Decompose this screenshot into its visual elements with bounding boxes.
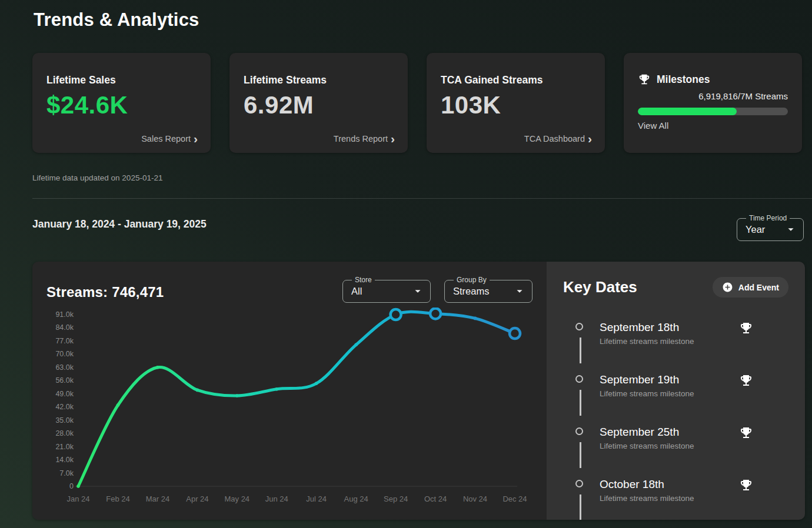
event-description: Lifetime streams milestone <box>600 494 788 503</box>
timeline-dot-icon <box>575 480 583 487</box>
y-axis-tick: 7.0k <box>59 469 74 477</box>
data-point[interactable] <box>275 387 279 391</box>
chart-header: Streams: 746,471 Store All Group By Stre… <box>46 276 533 303</box>
y-axis-tick: 56.0k <box>55 376 74 385</box>
y-axis-tick: 49.0k <box>55 390 74 398</box>
data-point-ring[interactable] <box>510 328 520 339</box>
event-date: September 19th <box>600 373 788 386</box>
data-point[interactable] <box>76 484 80 488</box>
add-event-label: Add Event <box>738 283 779 292</box>
group-by-select[interactable]: Group By Streams <box>444 276 533 303</box>
data-point[interactable] <box>156 366 159 369</box>
lifetime-sales-card: Lifetime Sales $24.6K Sales Report › <box>32 53 211 153</box>
x-axis-tick: May 24 <box>224 494 249 503</box>
key-date-event[interactable]: October 18th Lifetime streams milestone <box>563 478 788 520</box>
y-axis-tick: 63.0k <box>55 363 74 372</box>
key-date-event[interactable]: September 25th Lifetime streams mileston… <box>563 426 788 478</box>
milestone-progress-fill <box>638 108 737 115</box>
data-point[interactable] <box>354 343 358 347</box>
y-axis-tick: 28.0k <box>55 429 74 437</box>
streams-total-title: Streams: 746,471 <box>46 284 342 300</box>
date-range-label: January 18, 2024 - January 19, 2025 <box>32 218 207 230</box>
data-point[interactable] <box>117 403 120 407</box>
data-point-ring[interactable] <box>391 309 401 320</box>
data-point[interactable] <box>196 389 199 392</box>
key-date-event[interactable]: September 19th Lifetime streams mileston… <box>563 373 788 426</box>
page-title: Trends & Analytics <box>34 9 199 31</box>
lifetime-updated-note: Lifetime data updated on 2025-01-21 <box>32 173 162 182</box>
event-description: Lifetime streams milestone <box>600 442 788 450</box>
milestones-header: Milestones <box>638 73 788 86</box>
x-axis-tick: Sep 24 <box>384 494 408 503</box>
chevron-right-icon: › <box>588 135 592 142</box>
streams-and-keydates-card: Streams: 746,471 Store All Group By Stre… <box>32 262 805 520</box>
key-date-event[interactable]: September 18th Lifetime streams mileston… <box>563 321 788 373</box>
sales-report-link[interactable]: Sales Report › <box>141 134 198 143</box>
chevron-right-icon: › <box>391 135 395 142</box>
card-title: Milestones <box>657 73 710 86</box>
plus-circle-icon <box>722 282 733 293</box>
y-axis-tick: 21.0k <box>55 443 74 451</box>
timeline-connector <box>580 442 581 468</box>
section-divider <box>32 198 812 199</box>
y-axis-tick: 77.0k <box>55 337 74 345</box>
y-axis-tick: 91.0k <box>55 310 74 319</box>
data-point[interactable] <box>235 394 239 397</box>
card-title: TCA Gained Streams <box>441 74 591 86</box>
card-title: Lifetime Sales <box>46 74 197 86</box>
key-dates-header: Key Dates Add Event <box>563 277 788 298</box>
x-axis-tick: Aug 24 <box>344 494 368 503</box>
link-label: TCA Dashboard <box>524 134 585 143</box>
data-point-ring[interactable] <box>430 308 441 319</box>
link-label: Trends Report <box>334 134 388 143</box>
store-value: All <box>351 286 362 297</box>
trophy-icon <box>739 426 753 440</box>
data-point[interactable] <box>474 317 477 320</box>
streams-line-chart: 91.0k84.0k77.0k70.0k63.0k56.0k49.0k42.0k… <box>46 308 533 510</box>
time-period-select[interactable]: Time Period Year <box>737 214 804 241</box>
y-axis-tick: 42.0k <box>55 403 74 411</box>
x-axis-tick: Apr 24 <box>186 494 208 503</box>
y-axis-tick: 84.0k <box>55 323 74 332</box>
lifetime-streams-value: 6.92M <box>244 91 394 119</box>
trends-report-link[interactable]: Trends Report › <box>334 134 395 143</box>
event-description: Lifetime streams milestone <box>600 389 788 398</box>
stat-cards-row: Lifetime Sales $24.6K Sales Report › Lif… <box>32 53 802 153</box>
event-date: September 25th <box>600 426 788 439</box>
group-by-value: Streams <box>453 286 489 297</box>
y-axis-tick: 70.0k <box>55 350 74 358</box>
link-label: Sales Report <box>141 134 191 143</box>
tca-gained-streams-card: TCA Gained Streams 103K TCA Dashboard › <box>427 53 605 153</box>
store-select[interactable]: Store All <box>342 276 431 303</box>
key-dates-title: Key Dates <box>563 278 637 296</box>
x-axis-tick: Mar 24 <box>146 494 169 503</box>
trophy-icon <box>739 321 753 335</box>
timeline-connector <box>580 390 581 416</box>
x-axis-tick: Oct 24 <box>424 494 447 503</box>
card-title: Lifetime Streams <box>244 74 394 86</box>
timeline-dot-icon <box>575 375 583 383</box>
chevron-down-icon <box>513 285 526 298</box>
x-axis-tick: Feb 24 <box>106 494 129 503</box>
x-axis-tick: Nov 24 <box>463 494 487 503</box>
lifetime-streams-card: Lifetime Streams 6.92M Trends Report › <box>229 53 408 153</box>
timeline-connector <box>580 337 581 363</box>
time-period-value: Year <box>746 224 765 235</box>
milestones-card: Milestones 6,919,816/7M Streams View All <box>624 53 802 153</box>
x-axis-tick: Jun 24 <box>265 494 288 503</box>
event-date: September 18th <box>600 321 788 334</box>
x-axis-tick: Jul 24 <box>306 494 327 503</box>
data-point[interactable] <box>315 382 318 385</box>
view-all-link[interactable]: View All <box>638 121 788 131</box>
event-description: Lifetime streams milestone <box>600 337 788 346</box>
lifetime-sales-value: $24.6K <box>46 91 197 119</box>
x-axis-tick: Dec 24 <box>502 494 527 503</box>
trophy-icon <box>739 478 753 492</box>
tca-dashboard-link[interactable]: TCA Dashboard › <box>524 134 592 143</box>
timeline-connector <box>580 494 581 520</box>
timeline-dot-icon <box>575 427 583 435</box>
group-by-label: Group By <box>454 276 490 284</box>
y-axis-tick: 35.0k <box>55 416 74 425</box>
trophy-icon <box>638 73 651 86</box>
add-event-button[interactable]: Add Event <box>713 277 788 298</box>
